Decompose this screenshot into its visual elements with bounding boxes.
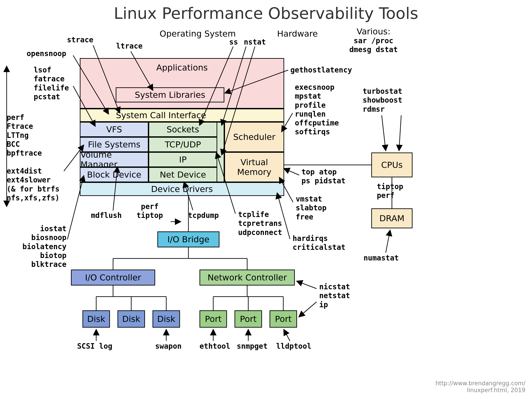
tool-perf-group: perf Ftrace LTTng BCC bpftrace bbox=[7, 113, 42, 158]
box-sockets: Sockets bbox=[149, 122, 217, 137]
tool-strace: strace bbox=[67, 35, 93, 44]
tool-gethostlatency: gethostlatency bbox=[290, 66, 352, 75]
header-various: Various: bbox=[345, 27, 402, 36]
box-device-drivers: Device Drivers bbox=[80, 182, 284, 196]
box-port-3: Port bbox=[270, 310, 297, 328]
tool-tcpdump: tcpdump bbox=[188, 211, 219, 220]
tool-turbo-group: turbostat showboost rdmsr bbox=[363, 87, 402, 114]
box-scheduler: Scheduler bbox=[224, 122, 284, 152]
box-ip: IP bbox=[149, 152, 217, 167]
svg-line-21 bbox=[382, 115, 386, 151]
header-os: Operating System bbox=[160, 29, 236, 38]
svg-line-24 bbox=[297, 281, 317, 289]
svg-line-22 bbox=[399, 115, 401, 151]
box-virtual-memory: Virtual Memory bbox=[224, 152, 284, 182]
tool-lsof-group: lsof fatrace filelife pcstat bbox=[34, 66, 69, 101]
box-dram: DRAM bbox=[371, 208, 412, 228]
tool-ext4-group: ext4dist ext4slower (& for btrfs nfs,xfs… bbox=[7, 167, 59, 202]
tool-ltrace: ltrace bbox=[116, 42, 143, 51]
svg-line-25 bbox=[299, 302, 317, 317]
box-vfs: VFS bbox=[80, 122, 149, 137]
tool-numastat: numastat bbox=[364, 253, 399, 262]
credit: http://www.brendangregg.com/ linuxperf.h… bbox=[435, 380, 525, 394]
box-cpus: CPUs bbox=[371, 152, 412, 177]
tool-various: sar /proc dmesg dstat bbox=[345, 36, 402, 54]
box-system-libraries: System Libraries bbox=[116, 87, 224, 102]
tool-snmpget: snmpget bbox=[237, 342, 267, 351]
box-disk-1: Disk bbox=[82, 310, 110, 328]
tool-perf-tiptop: perf tiptop bbox=[137, 202, 163, 220]
tool-tiptop-perf: tiptop perf bbox=[377, 182, 403, 200]
box-disk-2: Disk bbox=[117, 310, 145, 328]
svg-line-30 bbox=[284, 329, 290, 341]
header-hw: Hardware bbox=[277, 29, 318, 38]
tool-hardirqs-group: hardirqs criticalstat bbox=[293, 234, 345, 252]
box-tcp-udp: TCP/UDP bbox=[149, 137, 217, 152]
svg-line-14 bbox=[284, 168, 299, 175]
tool-top-group: top atop ps pidstat bbox=[301, 168, 346, 185]
tool-swapon: swapon bbox=[155, 342, 182, 351]
tool-mdflush: mdflush bbox=[91, 211, 122, 220]
box-disk-3: Disk bbox=[152, 310, 180, 328]
tool-vmstat-group: vmstat slabtop free bbox=[296, 195, 327, 222]
tool-ss: ss bbox=[229, 38, 238, 47]
svg-line-23 bbox=[386, 230, 390, 253]
tool-ethtool: ethtool bbox=[200, 342, 230, 351]
box-io-controller: I/O Controller bbox=[71, 270, 155, 285]
tool-nic-group: nicstat netstat ip bbox=[319, 282, 350, 309]
box-network-controller: Network Controller bbox=[200, 270, 295, 285]
box-syscall: System Call Interface bbox=[80, 109, 284, 122]
tool-iostat-group: iostat biosnoop biolatency biotop blktra… bbox=[4, 224, 66, 269]
box-block-device: Block Device bbox=[80, 167, 149, 182]
box-port-2: Port bbox=[234, 310, 262, 328]
tool-tcplife-group: tcplife tcpretrans udpconnect bbox=[238, 210, 282, 237]
box-volume-manager: Volume Manager bbox=[80, 152, 149, 167]
box-net-device: Net Device bbox=[149, 167, 217, 182]
tool-scheduler-group: execsnoop mpstat profile runqlen offcput… bbox=[295, 83, 339, 137]
box-io-bridge: I/O Bridge bbox=[157, 231, 219, 247]
box-port-1: Port bbox=[200, 310, 227, 328]
box-socket-strip bbox=[217, 122, 224, 182]
tool-nstat: nstat bbox=[244, 38, 266, 47]
diagram-title: Linux Performance Observability Tools bbox=[0, 4, 532, 23]
tool-lldptool: lldptool bbox=[276, 342, 311, 351]
tool-opensnoop: opensnoop bbox=[27, 49, 66, 58]
tool-scsi-log: SCSI log bbox=[77, 342, 112, 351]
